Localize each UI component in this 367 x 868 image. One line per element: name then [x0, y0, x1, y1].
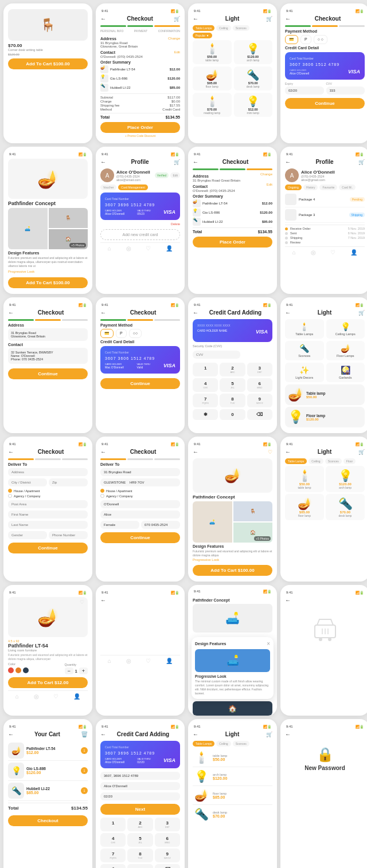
key-4[interactable]: 4GHI: [100, 833, 126, 847]
nav-search[interactable]: ◎: [126, 658, 131, 664]
tab-favourite[interactable]: Favourite: [319, 184, 337, 190]
change-link[interactable]: Change: [260, 172, 272, 179]
tab-sconces[interactable]: Sconces: [233, 25, 249, 31]
tab-popular[interactable]: Popular ▼: [193, 33, 212, 38]
cat-garlands[interactable]: 🎑 Garlands: [326, 363, 365, 382]
heart-icon[interactable]: ♡: [268, 449, 272, 455]
heart-icon[interactable]: ♡: [80, 599, 84, 605]
key-2[interactable]: 2ABC: [220, 363, 245, 376]
color-orange[interactable]: [15, 667, 21, 673]
payment-card[interactable]: 💳: [285, 35, 298, 44]
edit-button[interactable]: Edit: [170, 172, 180, 178]
back-button[interactable]: ←: [193, 15, 198, 22]
tab-ceiling[interactable]: Ceiling: [216, 741, 231, 747]
cvv-input[interactable]: [193, 351, 240, 359]
back-button[interactable]: ←: [285, 597, 291, 603]
nav-home[interactable]: ⌂: [292, 249, 296, 256]
gender-input[interactable]: [100, 521, 139, 529]
holder-input[interactable]: [100, 782, 180, 790]
zip-input[interactable]: [49, 478, 88, 486]
tab-sconces[interactable]: Sconces: [325, 458, 342, 464]
back-button[interactable]: ←: [193, 159, 198, 165]
qty-plus[interactable]: +: [79, 667, 88, 674]
phone-input[interactable]: [49, 531, 88, 539]
other-payment[interactable]: ○○: [129, 329, 142, 338]
address-input[interactable]: [8, 468, 88, 476]
key-3[interactable]: 3DEF: [247, 363, 272, 376]
place-order-button[interactable]: Place Order: [100, 122, 180, 133]
nav-heart[interactable]: ♡: [146, 658, 151, 664]
nav-heart[interactable]: ♡: [53, 693, 58, 700]
key-2[interactable]: 2ABC: [127, 818, 153, 831]
edit-contact[interactable]: Edit: [174, 50, 180, 54]
key-7[interactable]: 7PQRS: [193, 394, 218, 407]
add-to-cart-button[interactable]: Add To Cart $100.00: [193, 565, 272, 576]
key-star[interactable]: ✱: [193, 409, 218, 420]
tab-table[interactable]: Table Lamps: [285, 458, 307, 464]
key-1[interactable]: 1: [100, 818, 126, 831]
back-button[interactable]: ←: [100, 597, 106, 603]
back-button[interactable]: ←: [285, 731, 291, 737]
back-button[interactable]: ←: [285, 309, 291, 316]
postal-input[interactable]: [8, 500, 88, 508]
nav-profile[interactable]: 👤: [73, 693, 80, 700]
key-6[interactable]: 6MNO: [247, 378, 272, 392]
continue-button[interactable]: Continue: [100, 532, 180, 543]
back-button[interactable]: ←: [100, 159, 106, 165]
gender-input[interactable]: [8, 531, 47, 539]
city-input[interactable]: [8, 478, 47, 486]
trash-icon[interactable]: 🗑️: [81, 731, 88, 737]
tab-ceiling[interactable]: Ceiling: [216, 25, 231, 31]
back-button[interactable]: ←: [285, 15, 291, 22]
expiry-input[interactable]: [100, 792, 180, 800]
payment-paypal[interactable]: P: [300, 35, 311, 44]
back-button[interactable]: ←: [100, 309, 106, 316]
paypal-payment[interactable]: P: [116, 329, 127, 338]
card-number-input[interactable]: [100, 772, 180, 780]
key-6[interactable]: 6MNO: [155, 833, 180, 847]
continue-button[interactable]: Continue: [285, 98, 365, 109]
nav-heart[interactable]: ♡: [330, 249, 335, 256]
tab-sconces[interactable]: Sconces: [233, 741, 249, 747]
key-backspace[interactable]: ⌫: [247, 409, 272, 420]
key-8[interactable]: 8TUV: [220, 394, 245, 407]
nav-home[interactable]: ⌂: [108, 658, 111, 664]
lastname-input[interactable]: [100, 510, 180, 519]
phone-input[interactable]: [141, 521, 180, 529]
nav-home[interactable]: ⌂: [108, 245, 111, 252]
postcode-input[interactable]: [100, 478, 180, 486]
nav-profile[interactable]: 👤: [166, 658, 173, 664]
key-9[interactable]: 9WXYZ: [247, 394, 272, 407]
back-button[interactable]: ←: [8, 309, 14, 316]
nav-profile[interactable]: 👤: [166, 245, 173, 252]
card-payment[interactable]: 💳: [100, 329, 114, 338]
cart-icon[interactable]: 🛒: [358, 159, 365, 165]
edit-link[interactable]: Edit: [267, 183, 272, 189]
cvv-input[interactable]: [326, 87, 365, 95]
tab-floor[interactable]: Floor: [343, 458, 356, 464]
tab-card-management[interactable]: Card Management: [118, 184, 147, 190]
checkout-button[interactable]: Checkout: [8, 815, 88, 826]
close-popup-button[interactable]: ×: [267, 641, 270, 647]
color-red[interactable]: [8, 667, 14, 673]
back-button[interactable]: ←: [193, 731, 198, 737]
add-card-button[interactable]: Add new credit card: [100, 229, 180, 240]
nav-profile[interactable]: 👤: [350, 249, 357, 256]
back-button[interactable]: ←: [193, 449, 198, 455]
nav-heart[interactable]: ♡: [146, 245, 151, 252]
cart-icon[interactable]: 🛒: [266, 732, 272, 737]
qty-minus[interactable]: −: [65, 667, 73, 674]
nav-search[interactable]: ◎: [34, 693, 39, 700]
back-button[interactable]: ←: [285, 159, 291, 165]
key-8[interactable]: 8TUV: [127, 849, 153, 862]
tab-table[interactable]: Table Lamps: [193, 741, 214, 747]
tab-history[interactable]: History: [303, 184, 318, 190]
back-button[interactable]: ←: [8, 731, 14, 737]
key-5[interactable]: 5JKL: [127, 833, 153, 847]
back-button[interactable]: ←: [193, 309, 198, 316]
tab-table-lamps[interactable]: Table Lamps: [193, 25, 214, 31]
add-to-cart-button[interactable]: Add To Cart $100.00: [8, 58, 88, 69]
payment-other[interactable]: ○ ○: [314, 35, 327, 44]
nav-search[interactable]: ◎: [126, 245, 131, 252]
key-3[interactable]: 3DEF: [155, 818, 180, 831]
